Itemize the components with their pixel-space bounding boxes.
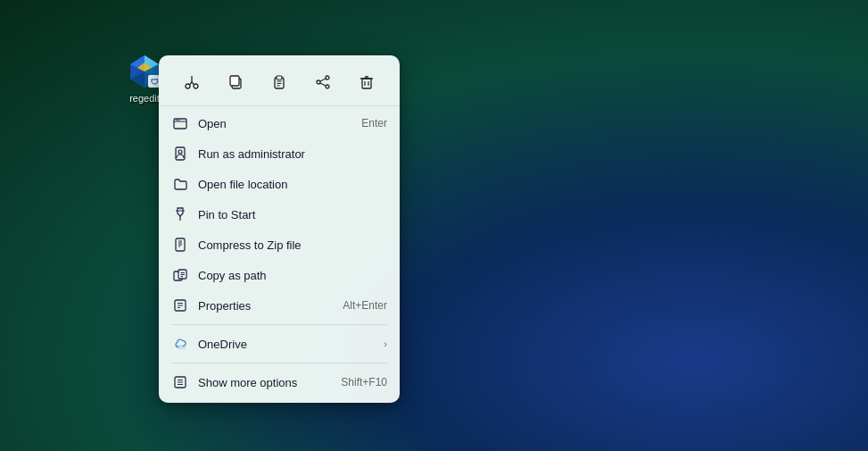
compress-zip-icon — [171, 236, 189, 254]
show-more-options-icon — [171, 373, 189, 391]
open-file-location-icon — [171, 175, 189, 193]
menu-item-open-shortcut: Enter — [361, 117, 387, 129]
properties-icon — [171, 296, 189, 314]
menu-item-compress-zip-label: Compress to Zip file — [198, 238, 387, 252]
run-as-admin-icon — [171, 145, 189, 163]
svg-rect-16 — [230, 76, 239, 86]
menu-item-show-more-options[interactable]: Show more options Shift+F10 — [159, 367, 400, 397]
menu-item-open-file-location-label: Open file location — [198, 178, 387, 191]
paste-button[interactable] — [263, 66, 295, 98]
copy-as-path-icon — [171, 266, 189, 284]
menu-item-open-file-location[interactable]: Open file location — [159, 169, 400, 199]
menu-item-onedrive-label: OneDrive — [198, 338, 376, 351]
svg-rect-27 — [362, 79, 371, 88]
svg-line-13 — [192, 82, 194, 85]
context-menu: Open Enter Run as administrator Open fil… — [159, 55, 400, 403]
menu-item-pin-to-start[interactable]: Pin to Start — [159, 199, 400, 230]
menu-item-properties-shortcut: Alt+Enter — [343, 299, 387, 312]
svg-point-23 — [317, 80, 320, 84]
copy-button[interactable] — [219, 66, 252, 98]
delete-button[interactable] — [351, 66, 383, 98]
menu-item-run-as-admin[interactable]: Run as administrator — [159, 138, 400, 169]
menu-item-properties-label: Properties — [198, 299, 335, 313]
open-icon — [171, 114, 189, 132]
menu-item-open-label: Open — [198, 117, 354, 130]
divider-1 — [171, 324, 387, 325]
menu-item-copy-as-path-label: Copy as path — [198, 269, 387, 282]
menu-item-properties[interactable]: Properties Alt+Enter — [159, 290, 400, 321]
svg-point-24 — [326, 85, 329, 88]
menu-item-show-more-options-label: Show more options — [198, 376, 334, 389]
svg-point-33 — [176, 120, 178, 121]
cut-button[interactable] — [176, 66, 208, 98]
svg-point-34 — [178, 120, 180, 121]
svg-point-22 — [326, 76, 329, 79]
svg-rect-53 — [177, 346, 186, 349]
menu-item-pin-to-start-label: Pin to Start — [198, 208, 387, 221]
svg-point-36 — [178, 150, 182, 154]
menu-item-open[interactable]: Open Enter — [159, 108, 400, 138]
share-button[interactable] — [307, 66, 339, 98]
menu-item-run-as-admin-label: Run as administrator — [198, 147, 387, 161]
pin-to-start-icon — [171, 205, 189, 223]
desktop: 🛡 regedit — [0, 0, 868, 451]
onedrive-icon — [171, 335, 189, 353]
divider-2 — [171, 363, 387, 363]
regedit-icon: 🛡 — [127, 54, 162, 89]
svg-line-26 — [320, 83, 326, 86]
menu-item-onedrive-arrow: › — [384, 338, 387, 349]
svg-text:🛡: 🛡 — [151, 78, 159, 87]
svg-rect-18 — [277, 76, 282, 79]
menu-item-compress-zip[interactable]: Compress to Zip file — [159, 230, 400, 260]
svg-point-10 — [186, 84, 190, 88]
menu-item-onedrive[interactable]: OneDrive › — [159, 329, 400, 359]
menu-toolbar — [159, 61, 400, 106]
menu-item-copy-as-path[interactable]: Copy as path — [159, 260, 400, 290]
menu-item-show-more-options-shortcut: Shift+F10 — [341, 376, 387, 388]
svg-line-25 — [320, 79, 326, 81]
svg-point-11 — [194, 84, 198, 88]
desktop-icon-label: regedit — [129, 93, 160, 104]
svg-rect-32 — [174, 119, 186, 129]
